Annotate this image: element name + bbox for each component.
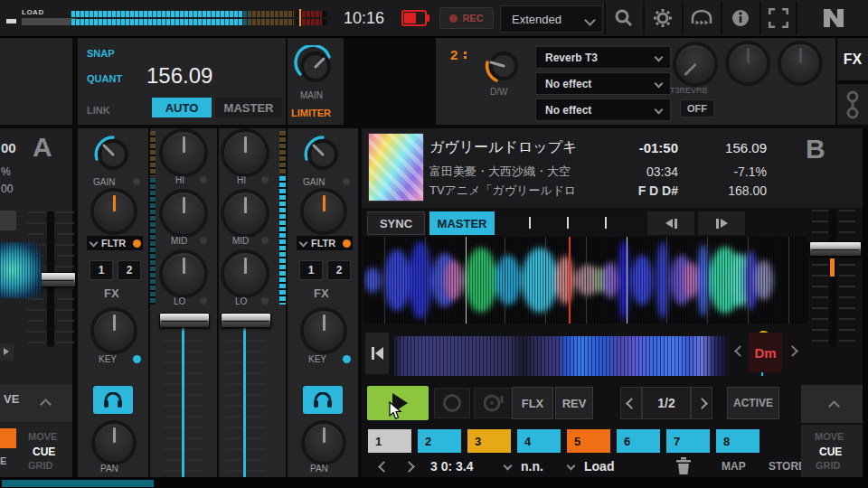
reverse-button[interactable]: REV [555,387,593,419]
volume-fader-handle-a[interactable] [159,313,210,328]
next-cue-chevron[interactable] [403,461,415,473]
deck-a-cue-tab[interactable]: CUE [33,446,55,458]
limiter-button[interactable]: LIMITER [291,108,331,118]
store-button[interactable]: STORE [769,460,806,473]
fullscreen-button[interactable] [760,2,797,34]
pan-knob-b[interactable] [305,424,343,462]
snap-button[interactable]: SNAP [87,48,115,59]
fx-assign-1-b[interactable]: 1 [299,260,323,280]
fx-unit-selector[interactable]: 2 [450,47,458,62]
eq-kill-dot[interactable] [200,237,207,244]
deck-a-move-tab[interactable]: MOVE [28,431,57,442]
pan-knob-a[interactable] [95,424,133,462]
hotcue-6[interactable]: 6 [617,429,660,453]
info-button[interactable] [721,2,759,34]
cue-name-display[interactable]: n.n. [521,459,543,474]
deck-a-arrow-fragment[interactable] [0,343,14,361]
hotcue-4[interactable]: 4 [517,429,561,453]
rec-button[interactable]: REC [439,7,494,29]
fx-chain-tab[interactable] [837,82,868,125]
filter-on-dot[interactable] [133,239,141,248]
hotcue-2[interactable]: 2 [418,429,461,453]
key-knob-b[interactable] [304,311,344,351]
filter-on-dot[interactable] [343,239,351,248]
stripe-waveform[interactable] [392,336,729,376]
lo-knob-a[interactable] [163,253,204,295]
gain-knob-b[interactable] [301,133,344,176]
fx-param3-knob[interactable] [781,44,819,82]
fx-assign-2-b[interactable]: 2 [327,260,351,280]
mid-knob-a[interactable] [163,192,204,234]
loop-active-button[interactable]: ACTIVE [727,387,779,419]
delete-cue-button[interactable] [676,457,691,474]
key-knob-a[interactable] [94,311,134,351]
monitor-cue-button-a[interactable] [93,386,133,414]
waveform-display[interactable] [363,237,808,324]
search-button[interactable] [604,2,642,34]
deck-b-pitch-fader-handle[interactable] [809,241,862,257]
fx-slot2-select[interactable]: No effect [535,72,671,95]
lo-knob-b[interactable] [224,253,266,295]
prev-cue-chevron[interactable] [378,461,390,473]
quant-button[interactable]: QUANT [87,73,122,84]
hotcue-3[interactable]: 3 [467,429,511,453]
deck-b-cue-tab[interactable]: CUE [819,446,842,458]
collapse-chevron-icon[interactable] [828,400,840,412]
deck-a-active-fragment[interactable]: VE [4,392,19,406]
tempo-master-button[interactable]: MASTER [215,98,282,117]
chevron-down-icon[interactable] [504,462,513,471]
deck-a-hotcue-fragment[interactable] [0,428,16,448]
filter-knob-a[interactable] [94,192,134,231]
key-up-chevron[interactable] [787,345,798,357]
fx-param2-knob[interactable] [729,44,767,82]
volume-fader-handle-b[interactable] [221,313,271,328]
eq-kill-dot[interactable] [200,176,207,183]
hotcue-8[interactable]: 8 [716,429,760,453]
hotcue-5[interactable]: 5 [567,429,610,453]
eq-kill-dot[interactable] [261,176,269,183]
deck-a-button-fragment[interactable] [0,211,16,230]
layout-select[interactable]: Extended [500,5,603,33]
eq-kill-dot[interactable] [200,297,207,305]
deck-master-button[interactable]: MASTER [429,211,495,235]
fx-slot1-select[interactable]: Reverb T3 [535,46,671,69]
fx-tab[interactable]: FX [837,38,868,80]
filter-row-b[interactable]: FLTR [297,236,353,250]
hi-knob-b[interactable] [224,132,266,174]
nudge-back-button[interactable] [647,211,694,235]
tempo-auto-button[interactable]: AUTO [152,98,212,117]
cue-type-select[interactable]: Load [584,459,614,474]
key-on-dot[interactable] [343,355,351,363]
map-button[interactable]: MAP [722,460,746,473]
hi-knob-a[interactable] [163,132,204,174]
eq-kill-dot[interactable] [261,297,269,305]
fx-onoff-button[interactable]: OFF [680,99,714,117]
cue-button[interactable] [434,388,470,418]
flux-button[interactable]: FLX [512,387,553,419]
deck-a-grid-tab[interactable]: GRID [28,460,53,471]
main-volume-knob[interactable] [294,45,337,89]
chevron-down-icon[interactable] [567,462,576,471]
deck-b-move-tab[interactable]: MOVE [815,431,844,442]
deck-b-grid-tab[interactable]: GRID [816,460,841,471]
link-button[interactable]: LINK [87,105,110,116]
fx-param1-knob[interactable] [676,45,714,83]
cup-button[interactable] [474,388,514,418]
key-on-dot[interactable] [133,355,141,363]
nudge-forward-button[interactable] [698,211,745,235]
loop-bigger-button[interactable] [691,387,712,419]
mid-knob-b[interactable] [224,192,266,234]
loop-size-display[interactable]: 1/2 [642,387,691,419]
fx-assign-2-a[interactable]: 2 [118,260,141,280]
cruise-button[interactable] [682,2,720,34]
loop-smaller-button[interactable] [620,387,642,419]
fx-drywet-knob[interactable] [483,45,524,87]
preferences-button[interactable] [643,2,681,34]
key-badge[interactable]: Dm [749,333,782,372]
sync-button[interactable]: SYNC [367,211,425,235]
jump-to-start-button[interactable] [365,333,389,374]
filter-knob-b[interactable] [304,192,344,231]
eq-kill-dot[interactable] [261,237,269,244]
deck-a-waveform-fragment[interactable] [0,242,42,298]
hotcue-7[interactable]: 7 [666,429,710,453]
